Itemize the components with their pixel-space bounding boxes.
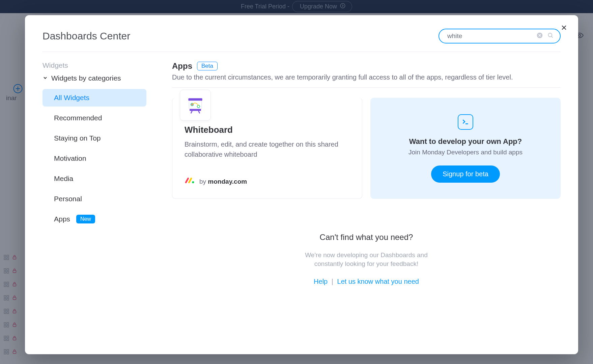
divider <box>172 87 561 88</box>
sidebar-heading: Widgets <box>43 61 146 69</box>
footer-line1: We're now developing our Dashboards and <box>172 251 561 259</box>
chevron-down-icon <box>43 74 48 82</box>
feedback-link[interactable]: Let us know what you need <box>337 278 419 285</box>
sidebar-list: All Widgets Recommended Staying on Top M… <box>43 89 146 228</box>
sidebar-subheading-label: Widgets by categories <box>51 74 121 82</box>
dashboards-center-modal: Dashboards Center Widgets Widgets by cat… <box>25 15 578 354</box>
search-icon <box>547 32 554 40</box>
sidebar-item-label: Staying on Top <box>54 134 101 142</box>
sidebar-item-label: Personal <box>54 195 82 203</box>
section-title: Apps Beta <box>172 61 561 71</box>
sidebar-item-personal[interactable]: Personal <box>43 190 146 208</box>
footer-sep: | <box>332 278 333 285</box>
sidebar-item-recommended[interactable]: Recommended <box>43 109 146 127</box>
svg-rect-49 <box>190 109 201 111</box>
sidebar-item-label: Motivation <box>54 154 86 162</box>
section-title-label: Apps <box>172 61 192 71</box>
svg-point-50 <box>192 181 194 183</box>
terminal-icon <box>458 114 473 130</box>
modal-header: Dashboards Center <box>43 29 561 52</box>
close-button[interactable] <box>559 22 569 34</box>
search-input-wrap[interactable] <box>439 29 561 43</box>
dev-card-title: Want to develop your own App? <box>409 137 522 146</box>
dev-card-subtitle: Join Monday Developers and build apps <box>408 149 523 156</box>
content: Apps Beta Due to the current circumstanc… <box>172 61 561 343</box>
app-card-whiteboard[interactable]: Whiteboard Brainstorm, edit, and create … <box>172 98 362 199</box>
sidebar-item-staying-on-top[interactable]: Staying on Top <box>43 129 146 147</box>
footer-line2: constantly looking for your feedback! <box>172 260 561 268</box>
app-by-line: by monday.com <box>185 177 350 186</box>
footer-links: Help | Let us know what you need <box>172 278 561 285</box>
section-subtitle: Due to the current circumstances, we are… <box>172 73 561 81</box>
sidebar-item-media[interactable]: Media <box>43 170 146 187</box>
sidebar-item-label: Apps <box>54 215 70 223</box>
sidebar-item-motivation[interactable]: Motivation <box>43 150 146 167</box>
signup-beta-button[interactable]: Signup for beta <box>431 165 500 183</box>
app-description: Brainstorm, edit, and create together on… <box>185 139 350 159</box>
new-badge: New <box>76 215 95 223</box>
whiteboard-icon <box>180 90 211 121</box>
sidebar-item-label: Recommended <box>54 114 102 122</box>
developer-cta-card: Want to develop your own App? Join Monda… <box>370 98 561 199</box>
clear-search-icon[interactable] <box>536 32 543 40</box>
svg-point-44 <box>548 33 552 37</box>
footer-block: Can't find what you need? We're now deve… <box>172 233 561 285</box>
by-brand: monday.com <box>208 178 247 185</box>
sidebar-item-all-widgets[interactable]: All Widgets <box>43 89 146 107</box>
sidebar-item-apps[interactable]: Apps New <box>43 210 146 228</box>
monday-logo-icon <box>185 177 195 186</box>
search-input[interactable] <box>447 32 532 40</box>
close-icon <box>561 27 567 32</box>
cards-row: Whiteboard Brainstorm, edit, and create … <box>172 98 561 199</box>
sidebar-categories-toggle[interactable]: Widgets by categories <box>43 74 146 82</box>
app-title: Whiteboard <box>185 125 350 135</box>
sidebar-item-label: Media <box>54 175 73 183</box>
beta-badge: Beta <box>197 62 218 70</box>
by-prefix: by <box>199 178 208 185</box>
modal-title: Dashboards Center <box>43 30 130 42</box>
svg-rect-45 <box>188 98 202 101</box>
help-link[interactable]: Help <box>314 278 328 285</box>
sidebar: Widgets Widgets by categories All Widget… <box>43 61 146 343</box>
footer-heading: Can't find what you need? <box>172 233 561 242</box>
sidebar-item-label: All Widgets <box>54 94 89 102</box>
